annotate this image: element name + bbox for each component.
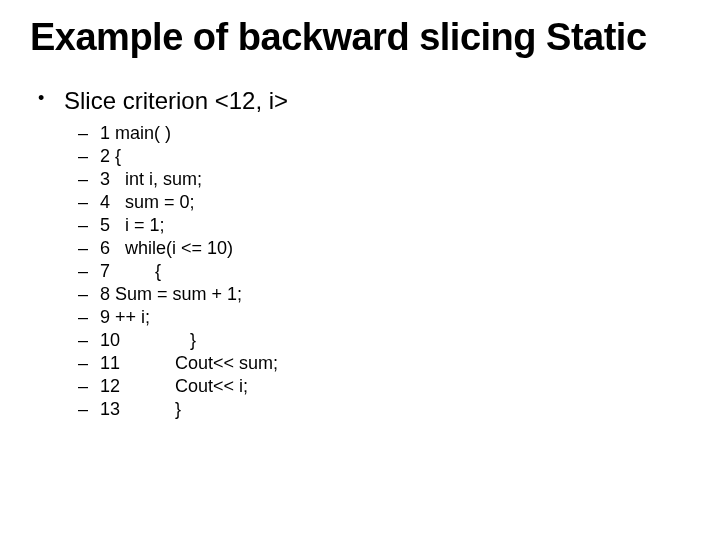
list-item: – 2 { (78, 145, 690, 168)
dash-icon: – (78, 306, 100, 329)
slide-body: • Slice criterion <12, i> – 1 main( ) – … (30, 86, 690, 421)
dash-icon: – (78, 260, 100, 283)
code-line: 7 { (100, 260, 161, 283)
dash-icon: – (78, 122, 100, 145)
slide: Example of backward slicing Static • Sli… (0, 0, 720, 540)
list-item: – 10 } (78, 329, 690, 352)
code-line: 10 } (100, 329, 196, 352)
code-line: 13 } (100, 398, 181, 421)
dash-icon: – (78, 214, 100, 237)
dash-icon: – (78, 375, 100, 398)
list-item: – 12 Cout<< i; (78, 375, 690, 398)
list-item: – 9 ++ i; (78, 306, 690, 329)
dash-icon: – (78, 145, 100, 168)
list-item: – 7 { (78, 260, 690, 283)
slice-criterion-text: Slice criterion <12, i> (64, 86, 288, 116)
code-line: 11 Cout<< sum; (100, 352, 278, 375)
dash-icon: – (78, 398, 100, 421)
dash-icon: – (78, 168, 100, 191)
code-line: 6 while(i <= 10) (100, 237, 233, 260)
dash-icon: – (78, 191, 100, 214)
code-line: 4 sum = 0; (100, 191, 195, 214)
code-line: 2 { (100, 145, 121, 168)
bullet-dot-icon: • (38, 86, 64, 111)
list-item: – 5 i = 1; (78, 214, 690, 237)
dash-icon: – (78, 329, 100, 352)
list-item: – 1 main( ) (78, 122, 690, 145)
code-line: 9 ++ i; (100, 306, 150, 329)
dash-icon: – (78, 283, 100, 306)
list-item: – 3 int i, sum; (78, 168, 690, 191)
code-line: 3 int i, sum; (100, 168, 202, 191)
list-item: – 6 while(i <= 10) (78, 237, 690, 260)
list-item: – 11 Cout<< sum; (78, 352, 690, 375)
dash-icon: – (78, 352, 100, 375)
list-item: – 4 sum = 0; (78, 191, 690, 214)
list-item: – 13 } (78, 398, 690, 421)
slide-title: Example of backward slicing Static (30, 18, 690, 58)
code-line: 8 Sum = sum + 1; (100, 283, 242, 306)
list-item: – 8 Sum = sum + 1; (78, 283, 690, 306)
code-line: 12 Cout<< i; (100, 375, 248, 398)
bullet-level1: • Slice criterion <12, i> (38, 86, 690, 116)
code-list: – 1 main( ) – 2 { – 3 int i, sum; – 4 su… (38, 122, 690, 421)
code-line: 1 main( ) (100, 122, 171, 145)
code-line: 5 i = 1; (100, 214, 165, 237)
dash-icon: – (78, 237, 100, 260)
